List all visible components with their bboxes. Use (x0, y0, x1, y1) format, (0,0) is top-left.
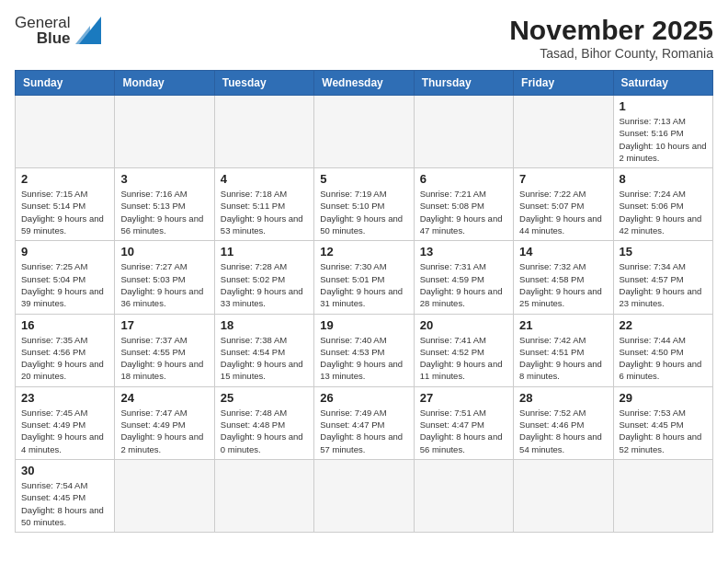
calendar-cell (115, 459, 214, 532)
day-info: Sunrise: 7:37 AM Sunset: 4:55 PM Dayligh… (120, 334, 208, 383)
calendar-cell: 17Sunrise: 7:37 AM Sunset: 4:55 PM Dayli… (115, 314, 214, 386)
day-info: Sunrise: 7:40 AM Sunset: 4:53 PM Dayligh… (320, 334, 407, 383)
calendar-cell: 23Sunrise: 7:45 AM Sunset: 4:49 PM Dayli… (16, 386, 115, 459)
day-info: Sunrise: 7:28 AM Sunset: 5:02 PM Dayligh… (221, 260, 308, 309)
calendar-cell: 16Sunrise: 7:35 AM Sunset: 4:56 PM Dayli… (16, 314, 115, 386)
calendar-cell: 4Sunrise: 7:18 AM Sunset: 5:11 PM Daylig… (214, 168, 313, 241)
day-info: Sunrise: 7:16 AM Sunset: 5:13 PM Dayligh… (120, 188, 208, 236)
calendar-cell: 20Sunrise: 7:41 AM Sunset: 4:52 PM Dayli… (414, 314, 513, 386)
calendar-cell (115, 96, 214, 168)
day-number: 30 (21, 464, 108, 477)
day-number: 5 (320, 172, 407, 186)
calendar-cell: 19Sunrise: 7:40 AM Sunset: 4:53 PM Dayli… (314, 314, 414, 386)
calendar-cell (514, 96, 613, 168)
day-number: 24 (120, 391, 208, 405)
calendar-cell: 27Sunrise: 7:51 AM Sunset: 4:47 PM Dayli… (414, 386, 513, 459)
day-number: 2 (21, 172, 108, 186)
day-info: Sunrise: 7:42 AM Sunset: 4:51 PM Dayligh… (519, 334, 607, 383)
calendar-week-6: 30Sunrise: 7:54 AM Sunset: 4:45 PM Dayli… (16, 459, 713, 532)
calendar-cell: 10Sunrise: 7:27 AM Sunset: 5:03 PM Dayli… (115, 241, 214, 314)
calendar-table: SundayMondayTuesdayWednesdayThursdayFrid… (15, 70, 713, 533)
calendar-cell (613, 459, 712, 532)
day-info: Sunrise: 7:30 AM Sunset: 5:01 PM Dayligh… (320, 260, 407, 309)
day-info: Sunrise: 7:34 AM Sunset: 4:57 PM Dayligh… (620, 260, 707, 309)
day-info: Sunrise: 7:52 AM Sunset: 4:46 PM Dayligh… (519, 407, 607, 455)
weekday-header-monday: Monday (115, 71, 214, 96)
day-number: 15 (620, 245, 707, 259)
calendar-cell: 2Sunrise: 7:15 AM Sunset: 5:14 PM Daylig… (16, 168, 115, 241)
day-number: 7 (519, 172, 607, 186)
calendar-cell: 21Sunrise: 7:42 AM Sunset: 4:51 PM Dayli… (514, 314, 613, 386)
day-info: Sunrise: 7:25 AM Sunset: 5:04 PM Dayligh… (21, 260, 108, 309)
header: General Blue November 2025 Tasad, Bihor … (15, 15, 713, 61)
calendar-cell: 22Sunrise: 7:44 AM Sunset: 4:50 PM Dayli… (613, 314, 712, 386)
day-number: 14 (519, 245, 607, 259)
calendar-week-1: 1Sunrise: 7:13 AM Sunset: 5:16 PM Daylig… (16, 96, 713, 168)
day-info: Sunrise: 7:45 AM Sunset: 4:49 PM Dayligh… (21, 407, 108, 455)
weekday-header-sunday: Sunday (16, 71, 115, 96)
calendar-cell (314, 96, 414, 168)
day-info: Sunrise: 7:27 AM Sunset: 5:03 PM Dayligh… (120, 260, 208, 309)
calendar-cell: 5Sunrise: 7:19 AM Sunset: 5:10 PM Daylig… (314, 168, 414, 241)
day-info: Sunrise: 7:19 AM Sunset: 5:10 PM Dayligh… (320, 188, 407, 236)
calendar-week-2: 2Sunrise: 7:15 AM Sunset: 5:14 PM Daylig… (16, 168, 713, 241)
calendar-cell (514, 459, 613, 532)
day-info: Sunrise: 7:41 AM Sunset: 4:52 PM Dayligh… (420, 334, 507, 383)
day-number: 6 (420, 172, 507, 186)
page-title: November 2025 (509, 15, 713, 46)
day-number: 21 (519, 318, 607, 332)
page-subtitle: Tasad, Bihor County, Romania (509, 46, 713, 61)
day-number: 27 (420, 391, 507, 405)
day-info: Sunrise: 7:32 AM Sunset: 4:58 PM Dayligh… (519, 260, 607, 309)
day-info: Sunrise: 7:48 AM Sunset: 4:48 PM Dayligh… (221, 407, 308, 455)
calendar-cell: 14Sunrise: 7:32 AM Sunset: 4:58 PM Dayli… (514, 241, 613, 314)
day-info: Sunrise: 7:24 AM Sunset: 5:06 PM Dayligh… (620, 188, 707, 236)
calendar-cell (214, 96, 313, 168)
calendar-cell: 6Sunrise: 7:21 AM Sunset: 5:08 PM Daylig… (414, 168, 513, 241)
day-number: 22 (620, 318, 707, 332)
day-info: Sunrise: 7:49 AM Sunset: 4:47 PM Dayligh… (320, 407, 407, 455)
day-number: 25 (221, 391, 308, 405)
calendar-week-4: 16Sunrise: 7:35 AM Sunset: 4:56 PM Dayli… (16, 314, 713, 386)
day-number: 18 (221, 318, 308, 332)
day-number: 19 (320, 318, 407, 332)
day-info: Sunrise: 7:18 AM Sunset: 5:11 PM Dayligh… (221, 188, 308, 236)
calendar-cell: 25Sunrise: 7:48 AM Sunset: 4:48 PM Dayli… (214, 386, 313, 459)
calendar-cell: 29Sunrise: 7:53 AM Sunset: 4:45 PM Dayli… (613, 386, 712, 459)
calendar-cell (414, 96, 513, 168)
day-number: 11 (221, 245, 308, 259)
day-number: 3 (120, 172, 208, 186)
day-info: Sunrise: 7:22 AM Sunset: 5:07 PM Dayligh… (519, 188, 607, 236)
day-number: 29 (620, 391, 707, 405)
calendar-cell: 3Sunrise: 7:16 AM Sunset: 5:13 PM Daylig… (115, 168, 214, 241)
day-info: Sunrise: 7:35 AM Sunset: 4:56 PM Dayligh… (21, 334, 108, 383)
day-info: Sunrise: 7:44 AM Sunset: 4:50 PM Dayligh… (620, 334, 707, 383)
day-number: 4 (221, 172, 308, 186)
calendar-cell: 24Sunrise: 7:47 AM Sunset: 4:49 PM Dayli… (115, 386, 214, 459)
day-number: 20 (420, 318, 507, 332)
day-number: 8 (620, 172, 707, 186)
logo: General Blue (15, 15, 101, 46)
day-info: Sunrise: 7:38 AM Sunset: 4:54 PM Dayligh… (221, 334, 308, 383)
calendar-cell: 8Sunrise: 7:24 AM Sunset: 5:06 PM Daylig… (613, 168, 712, 241)
day-number: 17 (120, 318, 208, 332)
day-number: 16 (21, 318, 108, 332)
calendar-cell: 26Sunrise: 7:49 AM Sunset: 4:47 PM Dayli… (314, 386, 414, 459)
calendar-cell: 15Sunrise: 7:34 AM Sunset: 4:57 PM Dayli… (613, 241, 712, 314)
calendar-cell: 1Sunrise: 7:13 AM Sunset: 5:16 PM Daylig… (613, 96, 712, 168)
weekday-header-tuesday: Tuesday (214, 71, 313, 96)
calendar-cell: 30Sunrise: 7:54 AM Sunset: 4:45 PM Dayli… (16, 459, 115, 532)
calendar-cell (314, 459, 414, 532)
calendar-cell (214, 459, 313, 532)
weekday-header-friday: Friday (514, 71, 613, 96)
day-info: Sunrise: 7:15 AM Sunset: 5:14 PM Dayligh… (21, 188, 108, 236)
weekday-header-thursday: Thursday (414, 71, 513, 96)
calendar-week-3: 9Sunrise: 7:25 AM Sunset: 5:04 PM Daylig… (16, 241, 713, 314)
day-number: 26 (320, 391, 407, 405)
day-info: Sunrise: 7:54 AM Sunset: 4:45 PM Dayligh… (21, 479, 108, 528)
day-number: 10 (120, 245, 208, 259)
day-number: 12 (320, 245, 407, 259)
day-info: Sunrise: 7:53 AM Sunset: 4:45 PM Dayligh… (620, 407, 707, 455)
day-info: Sunrise: 7:47 AM Sunset: 4:49 PM Dayligh… (120, 407, 208, 455)
day-number: 9 (21, 245, 108, 259)
